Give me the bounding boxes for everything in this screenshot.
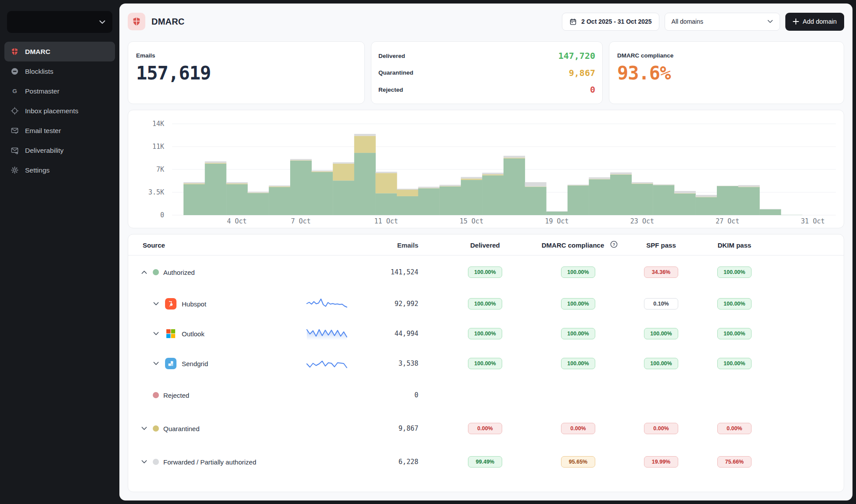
sendgrid-icon [165, 358, 176, 369]
domain-filter-select[interactable]: All domains [665, 13, 780, 31]
hubspot-icon [165, 298, 176, 310]
sparkline-chart [306, 296, 348, 311]
main-panel: DMARC 2 Oct 2025 - 31 Oct 2025 All domai… [119, 4, 852, 500]
source-label: Outlook [182, 330, 205, 338]
gear-icon [10, 166, 19, 175]
svg-text:7K: 7K [156, 166, 164, 173]
email-volume-chart: 03.5K7K11K14K4 Oct7 Oct11 Oct15 Oct19 Oc… [128, 110, 844, 228]
sidebar-item-label: Blocklists [25, 68, 54, 76]
sidebar-item-label: Inbox placements [25, 107, 79, 115]
percentage-badge: 0.00% [717, 423, 752, 434]
svg-text:14K: 14K [152, 120, 164, 128]
col-dmarc: DMARC compliance [542, 241, 604, 248]
table-row[interactable]: Forwarded / Partially authorized6,22899.… [128, 445, 844, 479]
svg-text:7 Oct: 7 Oct [291, 217, 311, 225]
add-domain-button[interactable]: Add domain [785, 13, 844, 31]
rejected-value: 0 [590, 84, 595, 95]
source-label: Hubspot [182, 300, 206, 308]
table-row[interactable]: Sendgrid3,538100.00%100.00%100.00%100.00… [128, 349, 844, 378]
sidebar-item-settings[interactable]: Settings [4, 160, 115, 180]
envelope-arrow-icon [10, 146, 19, 155]
delivered-row: Delivered 147,720 [378, 50, 595, 61]
stacked-bar-chart: 03.5K7K11K14K4 Oct7 Oct11 Oct15 Oct19 Oc… [128, 110, 844, 229]
svg-text:G: G [12, 88, 17, 94]
percentage-badge: 19.99% [644, 456, 678, 468]
quarantined-label: Quarantined [378, 69, 414, 76]
date-range-picker[interactable]: 2 Oct 2025 - 31 Oct 2025 [562, 13, 659, 31]
crosshair-icon [10, 106, 19, 116]
emails-count: 3,538 [348, 360, 418, 367]
percentage-badge: 0.00% [468, 423, 502, 434]
chevron-down-icon [767, 20, 773, 23]
percentage-badge: 99.49% [468, 456, 502, 468]
svg-text:15 Oct: 15 Oct [460, 217, 483, 225]
col-source: Source [143, 241, 165, 248]
percentage-badge: 75.66% [717, 456, 752, 468]
percentage-badge: 100.00% [468, 298, 502, 310]
table-header: Source Emails Delivered DMARC compliance… [128, 234, 844, 256]
table-row[interactable]: Quarantined9,8670.00%0.00%0.00%0.00% [128, 412, 844, 445]
sidebar-item-email-tester[interactable]: Email tester [4, 121, 115, 140]
shield-icon [132, 17, 141, 26]
col-emails: Emails [348, 241, 418, 248]
sidebar-item-blocklists[interactable]: Blocklists [4, 61, 115, 81]
svg-text:31 Oct: 31 Oct [801, 217, 825, 225]
status-dot [153, 425, 159, 432]
emails-count: 44,994 [348, 330, 418, 338]
sidebar-item-label: Email tester [25, 127, 61, 135]
percentage-badge: 95.65% [561, 456, 595, 468]
chevron-down-icon[interactable] [153, 362, 159, 366]
microsoft-outlook-icon [165, 328, 176, 339]
sidebar-item-label: Settings [25, 166, 50, 174]
table-row[interactable]: Rejected0 [128, 378, 844, 412]
percentage-badge: 100.00% [561, 266, 595, 278]
table-body: Authorized141,524100.00%100.00%34.36%100… [128, 256, 844, 479]
table-row[interactable]: Hubspot92,992100.00%100.00%0.10%100.00% [128, 289, 844, 319]
sidebar-item-deliverability[interactable]: Deliverability [4, 140, 115, 160]
dmarc-shield-chip [128, 13, 145, 30]
col-dkim: DKIM pass [718, 241, 752, 248]
google-g-icon: G [10, 86, 19, 96]
table-row[interactable]: Outlook 44,994100.00%100.00%100.00%100.0… [128, 319, 844, 349]
percentage-badge: 0.00% [561, 423, 595, 434]
chevron-up-icon[interactable] [141, 270, 147, 274]
percentage-badge: 100.00% [717, 358, 752, 369]
percentage-badge: 100.00% [468, 266, 502, 278]
percentage-badge: 34.36% [644, 266, 678, 278]
compliance-value: 93.6% [617, 62, 836, 84]
shield-icon [10, 47, 19, 57]
chevron-down-icon [99, 20, 105, 24]
source-label: Forwarded / Partially authorized [163, 458, 256, 466]
plus-icon [793, 18, 799, 25]
quarantined-value: 9,867 [569, 68, 595, 78]
col-spf: SPF pass [646, 241, 676, 248]
status-dot [153, 269, 159, 275]
col-delivered: Delivered [470, 241, 500, 248]
svg-text:3.5K: 3.5K [148, 188, 164, 196]
emails-label: Emails [136, 52, 356, 59]
chevron-down-icon[interactable] [141, 460, 147, 464]
svg-text:0: 0 [160, 211, 164, 219]
envelope-check-icon [10, 126, 19, 136]
emails-card: Emails 157,619 [128, 41, 365, 104]
sidebar-item-postmaster[interactable]: G Postmaster [4, 81, 115, 101]
delivered-value: 147,720 [558, 50, 595, 61]
percentage-badge: 100.00% [644, 328, 678, 339]
chevron-down-icon[interactable] [141, 427, 147, 431]
table-row[interactable]: Authorized141,524100.00%100.00%34.36%100… [128, 256, 844, 289]
stats-row: Emails 157,619 Delivered 147,720 Quarant… [128, 41, 844, 104]
sidebar-item-inbox-placements[interactable]: Inbox placements [4, 101, 115, 121]
sidebar-nav: DMARC Blocklists G Postmaster Inbox plac… [4, 42, 115, 180]
emails-value: 157,619 [136, 62, 356, 84]
sidebar-item-dmarc[interactable]: DMARC [4, 42, 115, 61]
svg-text:19 Oct: 19 Oct [545, 217, 568, 225]
date-range-label: 2 Oct 2025 - 31 Oct 2025 [581, 18, 651, 25]
chevron-down-icon[interactable] [153, 332, 159, 336]
chevron-down-icon[interactable] [153, 302, 159, 306]
emails-count: 6,228 [348, 458, 418, 466]
help-icon[interactable]: ? [610, 241, 618, 249]
svg-text:27 Oct: 27 Oct [716, 217, 739, 225]
workspace-selector[interactable] [7, 11, 112, 33]
percentage-badge: 100.00% [561, 358, 595, 369]
compliance-card: DMARC compliance 93.6% [609, 41, 844, 104]
